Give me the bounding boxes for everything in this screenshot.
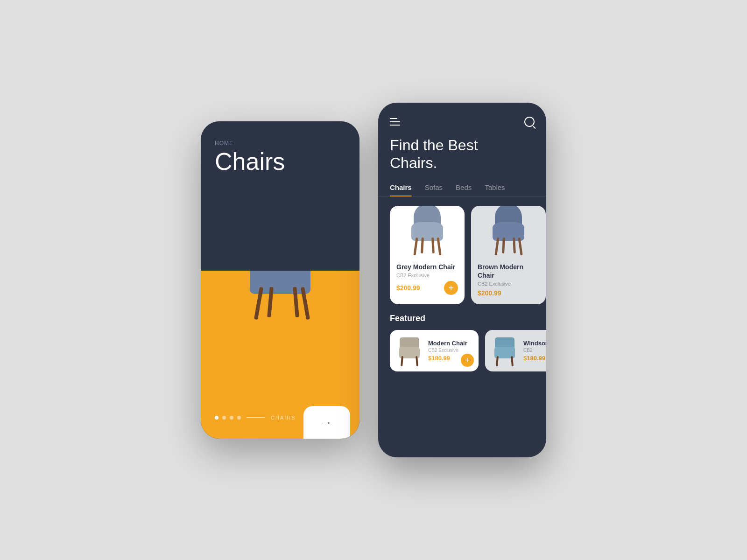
featured-label: Featured bbox=[378, 314, 546, 323]
product-name-2: Brown Modern Chair bbox=[478, 263, 539, 280]
home-label: HOME bbox=[215, 140, 345, 147]
featured-brand-1: CB2 Exclusive bbox=[428, 348, 473, 353]
featured-card-1[interactable]: Modern Chair CB2 Exclusive $180.99 + bbox=[390, 330, 479, 371]
product-footer-1: $200.99 + bbox=[390, 281, 465, 295]
featured-price-2: $180.99 bbox=[523, 355, 546, 362]
featured-add-1[interactable]: + bbox=[461, 354, 474, 367]
product-card-img-2 bbox=[471, 206, 546, 257]
products-row: Grey Modern Chair CB2 Exclusive $200.99 … bbox=[378, 206, 546, 304]
featured-brand-2: CB2 bbox=[523, 348, 546, 353]
ft-leg-2-1 bbox=[496, 356, 499, 366]
tab-chairs[interactable]: Chairs bbox=[390, 183, 412, 196]
hamburger-line-2 bbox=[390, 121, 400, 122]
product-card-2[interactable]: Brown Modern Chair CB2 Exclusive $200.99 bbox=[471, 206, 546, 304]
featured-name-2: Windsor Chair bbox=[523, 340, 546, 347]
product-price-1: $200.99 bbox=[396, 284, 420, 292]
right-phone: Find the BestChairs. Chairs Sofas Beds T… bbox=[378, 103, 546, 457]
tab-tables[interactable]: Tables bbox=[485, 183, 505, 196]
product-card-1[interactable]: Grey Modern Chair CB2 Exclusive $200.99 … bbox=[390, 206, 465, 304]
arrow-icon: → bbox=[320, 416, 333, 429]
left-big-title: Chairs bbox=[215, 148, 345, 175]
category-tabs: Chairs Sofas Beds Tables bbox=[378, 183, 546, 196]
hamburger-menu[interactable] bbox=[390, 118, 400, 126]
dot-4 bbox=[237, 416, 241, 420]
ft-leg-1-1 bbox=[401, 356, 403, 366]
mini-chair-2 bbox=[487, 206, 529, 262]
product-card-img-1 bbox=[390, 206, 465, 257]
product-footer-2: $200.99 bbox=[471, 289, 546, 297]
tab-beds[interactable]: Beds bbox=[456, 183, 472, 196]
category-label: CHAIRS bbox=[271, 415, 296, 420]
hero-title: Find the BestChairs. bbox=[378, 136, 546, 172]
featured-row: Modern Chair CB2 Exclusive $180.99 + Win… bbox=[378, 330, 546, 371]
mc-leg-2-3 bbox=[502, 238, 505, 253]
hamburger-line-3 bbox=[390, 125, 400, 126]
phone-header bbox=[378, 117, 546, 127]
yellow-section: CHAIRS → bbox=[201, 271, 359, 439]
mc-leg-1-3 bbox=[421, 238, 424, 253]
featured-name-1: Modern Chair bbox=[428, 340, 473, 347]
featured-thumb-1 bbox=[395, 336, 423, 366]
arrow-button[interactable]: → bbox=[303, 406, 350, 439]
dot-2 bbox=[222, 416, 226, 420]
product-name-1: Grey Modern Chair bbox=[396, 263, 458, 271]
dot-line bbox=[247, 417, 265, 418]
dots-indicator: CHAIRS bbox=[215, 415, 296, 420]
mini-chair-1 bbox=[406, 206, 448, 262]
left-phone: HOME Chairs CHAIRS → bbox=[201, 121, 359, 439]
dot-1 bbox=[215, 416, 218, 420]
left-top-section: HOME Chairs bbox=[201, 121, 359, 271]
product-price-2: $200.99 bbox=[478, 289, 501, 297]
search-icon[interactable] bbox=[524, 117, 535, 127]
dot-3 bbox=[230, 416, 233, 420]
bottom-bar: CHAIRS → bbox=[201, 397, 359, 439]
featured-thumb-2 bbox=[491, 336, 519, 366]
featured-info-2: Windsor Chair CB2 $180.99 bbox=[523, 340, 546, 362]
hamburger-line-1 bbox=[390, 118, 397, 119]
add-button-1[interactable]: + bbox=[444, 281, 458, 295]
featured-card-2[interactable]: Windsor Chair CB2 $180.99 bbox=[485, 330, 546, 371]
product-brand-1: CB2 Exclusive bbox=[396, 273, 458, 278]
product-brand-2: CB2 Exclusive bbox=[478, 281, 539, 287]
tab-sofas[interactable]: Sofas bbox=[425, 183, 443, 196]
